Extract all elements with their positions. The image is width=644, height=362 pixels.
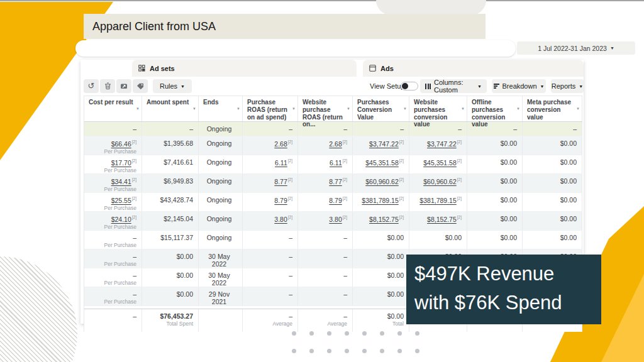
footnote-marker: [2] — [132, 196, 136, 200]
table-row: $66.46[2]Per Purchase$1,395.68Ongoing2.6… — [84, 136, 582, 155]
table-cell: $0.00 — [467, 136, 523, 155]
breakdown-button[interactable]: Breakdown ▼ — [492, 79, 546, 93]
delete-button[interactable] — [100, 79, 115, 93]
table-cell[interactable]: $60,960.62[2] — [353, 174, 409, 192]
column-header[interactable]: Offline purchases conversion value▼ — [467, 96, 523, 121]
cell-sub-label: Per Purchase — [87, 186, 136, 192]
footer-cell: – — [84, 309, 142, 332]
footnote-marker: [2] — [288, 177, 292, 182]
sort-caret-icon: ▼ — [516, 107, 520, 111]
table-cell[interactable]: 8.79[2] — [243, 193, 298, 211]
column-header[interactable]: Purchases Conversion Value▼ — [353, 96, 409, 121]
table-cell: $0.00 — [523, 174, 582, 192]
table-cell[interactable]: $24.10[2]Per Purchase — [84, 212, 142, 230]
search-input[interactable] — [75, 40, 516, 57]
table-cell[interactable]: $3,747.22[2] — [353, 136, 409, 155]
reports-button[interactable]: Reports ▼ — [551, 79, 584, 93]
column-header[interactable]: Amount spent▼ — [142, 96, 199, 121]
dot — [415, 331, 419, 336]
date-range-picker[interactable]: 1 Jul 2022-31 Jan 2023 ▼ — [517, 41, 635, 55]
tag-icon — [136, 83, 144, 90]
table-cell: $0.00 — [467, 193, 523, 211]
table-cell[interactable]: 3.80[2] — [243, 212, 298, 230]
toggle-knob — [402, 83, 408, 89]
table-cell[interactable]: 8.77[2] — [298, 174, 353, 192]
table-cell: $0.00 — [523, 212, 582, 230]
footer-cell — [199, 309, 243, 332]
footnote-marker: [2] — [132, 177, 136, 182]
columns-label: Columns: Custom — [434, 79, 474, 94]
table-cell: $0.00 — [467, 231, 523, 249]
chevron-down-icon: ▼ — [180, 84, 185, 89]
table-cell: Ongoing — [199, 122, 243, 136]
breakdown-icon — [494, 84, 499, 89]
footnote-marker: [2] — [399, 215, 404, 219]
column-header[interactable]: Ends▼ — [199, 96, 243, 121]
view-setup-toggle[interactable] — [401, 82, 418, 90]
column-header[interactable]: Website purchase ROAS (return on...▼ — [298, 96, 353, 121]
table-cell[interactable]: 2.68[2] — [298, 136, 353, 155]
footnote-marker: [2] — [399, 158, 404, 163]
table-cell[interactable]: $381,789.15[2] — [409, 193, 467, 211]
active-tab-stub[interactable] — [80, 60, 131, 77]
table-cell[interactable]: $8,152.75[2] — [409, 212, 467, 230]
chevron-down-icon: ▼ — [610, 46, 614, 50]
table-cell: $0.00 — [142, 287, 199, 305]
columns-button[interactable]: Columns: Custom ▼ — [420, 79, 487, 93]
preview-icon — [120, 83, 128, 90]
dot-row — [292, 349, 419, 353]
table-cell[interactable]: $3,747.22[2] — [409, 136, 467, 155]
table-cell[interactable]: 8.79[2] — [298, 193, 353, 211]
sort-caret-icon: ▼ — [461, 107, 465, 111]
tab-label: Ad sets — [150, 65, 175, 72]
dot — [309, 331, 314, 336]
tab-ads[interactable]: Ads — [363, 60, 584, 77]
undo-button[interactable]: ↺ — [84, 79, 99, 93]
tag-button[interactable] — [133, 79, 148, 93]
table-cell[interactable]: $25.55[2]Per Purchase — [84, 193, 142, 211]
table-cell: Ongoing — [199, 193, 243, 211]
table-row: $17.70[2]Per Purchase$7,416.61Ongoing6.1… — [84, 155, 582, 174]
table-cell[interactable]: 6.11[2] — [243, 155, 298, 173]
column-header[interactable]: Website purchases conversion value▼ — [409, 96, 467, 121]
dot — [292, 349, 296, 353]
callout-box: $497K Revenue with $76K Spend — [406, 255, 601, 324]
column-header[interactable]: Meta purchase conversion value▼ — [523, 96, 582, 121]
table-cell[interactable]: $8,152.75[2] — [353, 212, 409, 230]
column-header-label: Purchase ROAS (return on ad spend) — [247, 99, 291, 120]
footnote-marker: [2] — [343, 140, 347, 144]
table-cell: 30 May 2022 — [199, 268, 243, 287]
view-setup-label: View Setup — [370, 82, 404, 90]
table-cell[interactable]: $381,789.15[2] — [353, 193, 409, 211]
footnote-marker: [2] — [288, 158, 292, 163]
table-cell[interactable]: $45,351.58[2] — [353, 155, 409, 173]
rules-button[interactable]: Rules ▼ — [153, 79, 192, 93]
table-cell: – — [298, 122, 353, 136]
undo-icon: ↺ — [88, 82, 95, 90]
table-cell[interactable]: 8.77[2] — [243, 174, 298, 192]
table-cell: $0.00 — [353, 287, 409, 305]
tab-ad-sets[interactable]: Ad sets — [132, 60, 357, 77]
table-cell[interactable]: 6.11[2] — [298, 155, 353, 173]
table-row: –Per Purchase$15,117.37Ongoing––$0.00$0.… — [84, 231, 582, 250]
chevron-down-icon: ▼ — [579, 84, 583, 89]
preview-button[interactable] — [116, 79, 131, 93]
table-cell[interactable]: $34.41[2]Per Purchase — [84, 174, 142, 192]
table-cell[interactable]: $60,960.62[2] — [409, 174, 467, 192]
cell-sub-label: Per Purchase — [87, 205, 136, 211]
rules-label: Rules — [160, 82, 177, 90]
dot — [362, 349, 367, 353]
table-cell: –Per Purchase — [84, 231, 142, 249]
column-header[interactable]: Purchase ROAS (return on ad spend)▼ — [243, 96, 298, 121]
table-cell[interactable]: 2.68[2] — [243, 136, 298, 155]
table-cell[interactable]: $45,351.58[2] — [409, 155, 467, 173]
table-cell: – — [298, 268, 353, 287]
column-header[interactable]: Cost per result▼ — [84, 96, 142, 121]
breakdown-label: Breakdown — [502, 82, 537, 90]
table-cell[interactable]: $17.70[2]Per Purchase — [84, 155, 142, 173]
table-cell[interactable]: $66.46[2]Per Purchase — [84, 136, 142, 155]
dot — [380, 331, 384, 336]
table-cell: – — [523, 122, 582, 136]
table-cell[interactable]: 3.80[2] — [298, 212, 353, 230]
footnote-marker: [2] — [343, 158, 347, 163]
